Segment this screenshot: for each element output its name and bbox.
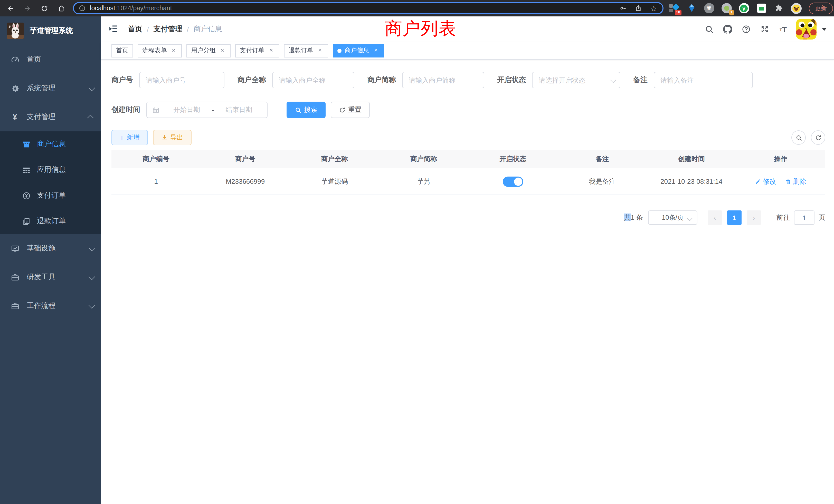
goto-page-input[interactable]	[794, 210, 814, 225]
plus-icon: +	[120, 134, 124, 141]
extension-grid-icon[interactable]: 10	[668, 3, 679, 14]
search-button-label: 搜索	[304, 105, 317, 114]
tags-view-bar: 首页 流程表单 × 用户分组 × 支付订单 × 退款订单 ×	[101, 42, 834, 60]
cell-status	[468, 176, 558, 187]
cell-full-name: 芋道源码	[290, 177, 379, 186]
tab-user-group[interactable]: 用户分组 ×	[186, 44, 231, 57]
date-range-input[interactable]: 开始日期 - 结束日期	[146, 101, 267, 118]
bookmark-star-icon[interactable]: ☆	[649, 4, 658, 13]
full-name-input[interactable]	[272, 72, 354, 88]
extension-sheet-icon[interactable]	[756, 3, 767, 14]
filter-label: 商户全称	[237, 75, 266, 85]
tab-pay-order[interactable]: 支付订单 ×	[235, 44, 279, 57]
prev-page-button[interactable]: ‹	[708, 210, 722, 225]
sidebar-item-dev-tools[interactable]: 研发工具	[0, 263, 101, 292]
font-size-icon[interactable]: тT	[777, 24, 789, 35]
extension-gem-icon[interactable]	[686, 3, 697, 14]
chevron-down-icon	[89, 273, 95, 279]
extension-command-icon[interactable]: ⌘	[704, 3, 714, 14]
avatar-caret-icon[interactable]	[822, 28, 827, 31]
add-button-label: 新增	[127, 133, 140, 142]
search-button[interactable]: 搜索	[287, 101, 326, 118]
status-toggle[interactable]	[503, 176, 523, 187]
browser-forward-icon[interactable]	[22, 3, 32, 13]
status-select[interactable]	[532, 72, 620, 88]
logo-rabbit-image	[7, 23, 24, 39]
pencil-icon	[755, 178, 761, 184]
browser-profile-avatar[interactable]	[791, 3, 802, 14]
chevron-down-icon	[89, 84, 95, 91]
sidebar-fold-icon[interactable]	[108, 24, 120, 35]
tab-process-form[interactable]: 流程表单 ×	[138, 44, 182, 57]
edit-link[interactable]: 修改	[755, 177, 776, 186]
tab-close-icon[interactable]: ×	[219, 47, 226, 54]
export-button[interactable]: 导出	[153, 130, 192, 145]
remark-input[interactable]	[654, 72, 753, 88]
extension-camera-icon[interactable]: 1	[721, 3, 732, 14]
breadcrumb-home[interactable]: 首页	[128, 25, 142, 34]
browser-update-button[interactable]: 更新	[809, 2, 833, 14]
tab-merchant-info[interactable]: 商户信息 ×	[333, 44, 384, 57]
sidebar-item-app-info[interactable]: 应用信息	[0, 157, 101, 183]
page-content: 商户号 商户全称 商户简称 开启状态	[101, 60, 834, 504]
refresh-table-icon[interactable]	[811, 130, 825, 145]
user-avatar[interactable]	[796, 19, 816, 40]
toolbox-icon	[10, 273, 20, 282]
merchant-table: 商户编号 商户号 商户全称 商户简称 开启状态 备注 创建时间 操作 1 M23…	[111, 150, 825, 195]
delete-link-label: 删除	[793, 177, 806, 186]
extension-badge: 10	[675, 10, 681, 16]
column-header: 商户全称	[290, 154, 379, 163]
browser-reload-icon[interactable]	[39, 3, 49, 13]
reset-button[interactable]: 重置	[331, 101, 370, 118]
github-icon[interactable]	[722, 24, 733, 35]
sidebar-item-pay-order[interactable]: 支付订单	[0, 183, 101, 208]
add-button[interactable]: + 新增	[111, 130, 148, 145]
fullscreen-icon[interactable]	[759, 24, 770, 35]
breadcrumb-payment[interactable]: 支付管理	[154, 25, 182, 34]
tab-refund-order[interactable]: 退款订单 ×	[284, 44, 328, 57]
password-key-icon[interactable]	[618, 4, 628, 13]
table-toolbar: + 新增 导出	[111, 130, 825, 145]
short-name-input[interactable]	[402, 72, 484, 88]
sidebar-item-payment[interactable]: ¥ 支付管理	[0, 102, 101, 131]
chevron-down-icon	[89, 302, 95, 308]
table-row: 1 M233666999 芋道源码 芋艿 我是备注 2021-10-23 08:…	[111, 168, 825, 195]
header-search-icon[interactable]	[704, 24, 715, 35]
merchant-no-input[interactable]	[139, 72, 224, 88]
share-icon[interactable]	[634, 4, 643, 13]
start-date-placeholder[interactable]: 开始日期	[164, 105, 210, 114]
tab-close-icon[interactable]: ×	[170, 47, 177, 54]
tab-close-icon[interactable]: ×	[267, 47, 275, 54]
help-icon[interactable]	[741, 24, 752, 35]
sidebar-item-workflow[interactable]: 工作流程	[0, 292, 101, 320]
page-size-select[interactable]: 10条/页	[648, 210, 697, 225]
browser-home-icon[interactable]	[56, 3, 66, 13]
breadcrumb: 首页 / 支付管理 / 商户信息	[128, 25, 222, 34]
extensions-puzzle-icon[interactable]	[773, 3, 784, 14]
address-bar[interactable]: localhost:1024/pay/merchant ☆	[73, 2, 663, 14]
cell-merchant-id: 1	[111, 178, 201, 185]
toggle-search-icon[interactable]	[791, 130, 806, 145]
end-date-placeholder[interactable]: 结束日期	[216, 105, 262, 114]
delete-link[interactable]: 删除	[785, 177, 806, 186]
tab-label: 商户信息	[345, 46, 369, 55]
tab-close-icon[interactable]: ×	[372, 47, 379, 54]
tab-label: 用户分组	[191, 46, 216, 55]
sidebar-item-merchant-info[interactable]: 商户信息	[0, 131, 101, 157]
site-info-icon[interactable]	[79, 5, 86, 12]
sidebar-logo[interactable]: 芋道管理系统	[0, 17, 101, 45]
sidebar-item-infrastructure[interactable]: 基础设施	[0, 234, 101, 263]
tab-home[interactable]: 首页	[111, 44, 133, 57]
sidebar-item-home[interactable]: 首页	[0, 45, 101, 74]
tab-close-icon[interactable]: ×	[316, 47, 324, 54]
sidebar-item-refund-order[interactable]: 退款订单	[0, 208, 101, 234]
current-page-button[interactable]: 1	[727, 210, 742, 225]
sidebar-item-system[interactable]: 系统管理	[0, 74, 101, 102]
goto-page: 前往 页	[776, 210, 825, 225]
pagination: 共1 条 10条/页 ‹ 1 › 前往 页	[111, 210, 825, 225]
url-text[interactable]: localhost:1024/pay/merchant	[90, 5, 612, 12]
next-page-button[interactable]: ›	[747, 210, 761, 225]
browser-back-icon[interactable]	[5, 3, 16, 13]
filter-label: 商户简称	[367, 75, 396, 85]
extension-y-icon[interactable]: y	[739, 3, 749, 14]
